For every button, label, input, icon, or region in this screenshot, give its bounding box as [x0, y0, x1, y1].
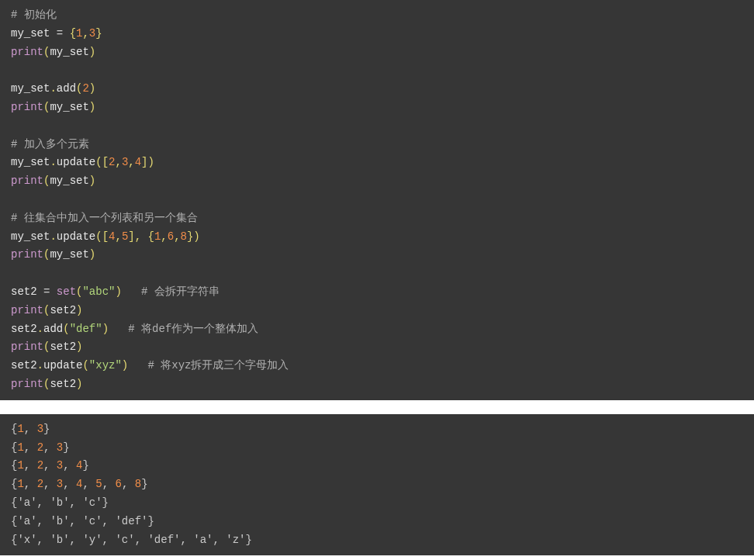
- code-bracket: ]: [128, 230, 134, 243]
- code-paren: ): [122, 359, 128, 372]
- output-line: {'a', 'b', 'c', 'def'}: [11, 515, 154, 527]
- code-dot: .: [50, 230, 56, 243]
- output-number: 1: [17, 478, 23, 490]
- code-bracket: [: [102, 230, 109, 243]
- code-builtin: print: [11, 175, 43, 187]
- code-number: 3: [89, 27, 95, 40]
- code-identifier: set2: [11, 359, 37, 372]
- code-paren: ): [76, 340, 82, 353]
- output-number: 6: [116, 478, 122, 490]
- code-builtin: print: [11, 46, 43, 58]
- output-brace: }: [141, 478, 147, 490]
- code-paren: ): [193, 230, 199, 243]
- output-brace: }: [63, 441, 69, 454]
- code-comma: ,: [128, 156, 134, 168]
- code-paren: (: [95, 230, 102, 243]
- code-dot: .: [50, 82, 56, 95]
- output-number: 3: [57, 459, 63, 472]
- code-dot: .: [50, 156, 56, 168]
- output-comma: ,: [24, 441, 37, 454]
- code-comment: # 将xyz拆开成三个字母加入: [147, 359, 289, 372]
- code-string: "def": [70, 323, 102, 335]
- output-number: 1: [17, 441, 23, 454]
- code-identifier: set2: [50, 304, 76, 316]
- code-brace: }: [95, 27, 102, 40]
- output-number: 2: [37, 441, 43, 454]
- code-method: add: [43, 323, 63, 335]
- code-identifier: my_set: [50, 101, 88, 113]
- code-builtin: print: [11, 101, 43, 113]
- code-identifier: set2: [50, 378, 76, 390]
- output-number: 3: [57, 478, 63, 490]
- output-comma: ,: [24, 459, 37, 472]
- code-comment: # 会拆开字符串: [141, 285, 220, 298]
- code-operator: =: [50, 27, 69, 40]
- code-number: 6: [168, 230, 174, 243]
- output-block: {1, 3} {1, 2, 3} {1, 2, 3, 4} {1, 2, 3, …: [0, 414, 754, 556]
- code-identifier: my_set: [11, 82, 50, 95]
- code-paren: (: [63, 323, 69, 335]
- code-string: "abc": [82, 285, 115, 298]
- code-identifier: set2: [11, 323, 37, 335]
- output-line: {'a', 'b', 'c'}: [11, 496, 109, 509]
- code-paren: ): [89, 82, 95, 95]
- output-brace: }: [43, 423, 50, 435]
- code-block: # 初始化 my_set = {1,3} print(my_set) my_se…: [0, 0, 754, 400]
- code-comma: ,: [115, 156, 121, 168]
- code-identifier: my_set: [11, 27, 50, 40]
- output-comma: ,: [43, 441, 57, 454]
- code-number: 8: [181, 230, 187, 243]
- code-identifier: set2: [11, 285, 37, 298]
- code-builtin: print: [11, 340, 43, 353]
- code-paren: ): [89, 101, 95, 113]
- code-identifier: my_set: [11, 156, 50, 168]
- output-number: 5: [95, 478, 102, 490]
- output-comma: ,: [102, 478, 116, 490]
- output-number: 2: [37, 459, 43, 472]
- code-method: update: [43, 359, 82, 372]
- output-number: 1: [17, 423, 23, 435]
- code-builtin: print: [11, 378, 43, 390]
- code-identifier: my_set: [50, 175, 88, 187]
- code-paren: ): [89, 46, 95, 58]
- output-number: 1: [17, 459, 23, 472]
- code-paren: (: [95, 156, 102, 168]
- code-bracket: [: [102, 156, 109, 168]
- code-operator: =: [37, 285, 57, 298]
- code-brace: {: [148, 230, 154, 243]
- code-bracket: ]: [141, 156, 147, 168]
- code-method: update: [57, 156, 95, 168]
- code-paren: ): [115, 285, 121, 298]
- output-comma: ,: [63, 459, 76, 472]
- code-paren: ): [89, 175, 95, 187]
- code-identifier: set2: [50, 340, 76, 353]
- output-number: 3: [37, 423, 43, 435]
- output-brace: }: [82, 459, 88, 472]
- code-comma: ,: [135, 230, 148, 243]
- code-brace: {: [70, 27, 76, 40]
- code-paren: ): [76, 304, 82, 316]
- code-paren: ): [89, 248, 95, 261]
- output-number: 2: [37, 478, 43, 490]
- output-line: {'x', 'b', 'y', 'c', 'def', 'a', 'z'}: [11, 534, 252, 546]
- code-identifier: my_set: [50, 248, 88, 261]
- output-comma: ,: [122, 478, 135, 490]
- code-method: add: [57, 82, 76, 95]
- code-paren: ): [76, 378, 82, 390]
- code-number: 4: [135, 156, 141, 168]
- code-identifier: my_set: [50, 46, 88, 58]
- code-comma: ,: [161, 230, 167, 243]
- code-space: [128, 359, 147, 372]
- code-dot: .: [37, 359, 43, 372]
- code-identifier: my_set: [11, 230, 50, 243]
- output-comma: ,: [24, 423, 37, 435]
- output-number: 8: [135, 478, 141, 490]
- code-space: [122, 285, 141, 298]
- code-comma: ,: [115, 230, 121, 243]
- code-paren: (: [82, 359, 88, 372]
- output-comma: ,: [63, 478, 76, 490]
- code-comma: ,: [174, 230, 180, 243]
- code-paren: ): [102, 323, 109, 335]
- code-builtin: set: [57, 285, 76, 298]
- code-comment: # 将def作为一个整体加入: [128, 323, 258, 335]
